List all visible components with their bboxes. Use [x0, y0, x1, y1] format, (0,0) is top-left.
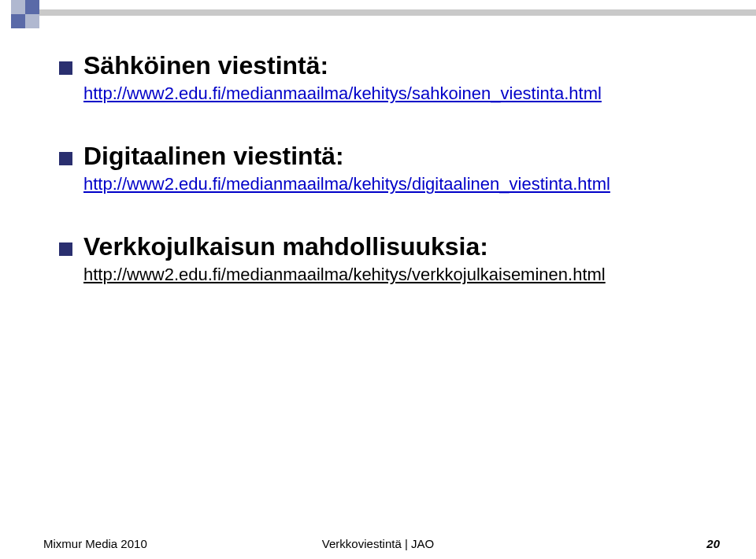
heading-row: Digitaalinen viestintä: — [59, 142, 709, 171]
decorative-corner — [0, 0, 76, 43]
link-row: http://www2.edu.fi/medianmaailma/kehitys… — [83, 265, 709, 285]
heading-row: Verkkojulkaisun mahdollisuuksia: — [59, 232, 709, 261]
item-link[interactable]: http://www2.edu.fi/medianmaailma/kehitys… — [83, 174, 610, 194]
decorative-square — [25, 14, 39, 28]
content-area: Sähköinen viestintä: http://www2.edu.fi/… — [59, 51, 709, 323]
item-heading: Digitaalinen viestintä: — [83, 142, 344, 171]
decorative-square — [25, 0, 39, 14]
link-row: http://www2.edu.fi/medianmaailma/kehitys… — [83, 174, 709, 194]
list-item: Digitaalinen viestintä: http://www2.edu.… — [59, 142, 709, 194]
heading-row: Sähköinen viestintä: — [59, 51, 709, 80]
item-link[interactable]: http://www2.edu.fi/medianmaailma/kehitys… — [83, 83, 602, 103]
slide: Sähköinen viestintä: http://www2.edu.fi/… — [0, 0, 756, 559]
list-item: Verkkojulkaisun mahdollisuuksia: http://… — [59, 232, 709, 285]
decorative-square — [11, 0, 25, 14]
item-heading: Sähköinen viestintä: — [83, 51, 328, 80]
link-row: http://www2.edu.fi/medianmaailma/kehitys… — [83, 83, 709, 104]
item-link: http://www2.edu.fi/medianmaailma/kehitys… — [83, 265, 606, 284]
decorative-square — [11, 14, 25, 28]
item-heading: Verkkojulkaisun mahdollisuuksia: — [83, 232, 488, 261]
list-item: Sähköinen viestintä: http://www2.edu.fi/… — [59, 51, 709, 104]
footer: Mixmur Media 2010 Verkkoviestintä | JAO … — [0, 528, 756, 559]
bullet-icon — [59, 152, 72, 165]
bullet-icon — [59, 61, 72, 75]
decorative-bar — [39, 9, 756, 16]
bullet-icon — [59, 242, 72, 256]
footer-center: Verkkoviestintä | JAO — [0, 537, 756, 550]
